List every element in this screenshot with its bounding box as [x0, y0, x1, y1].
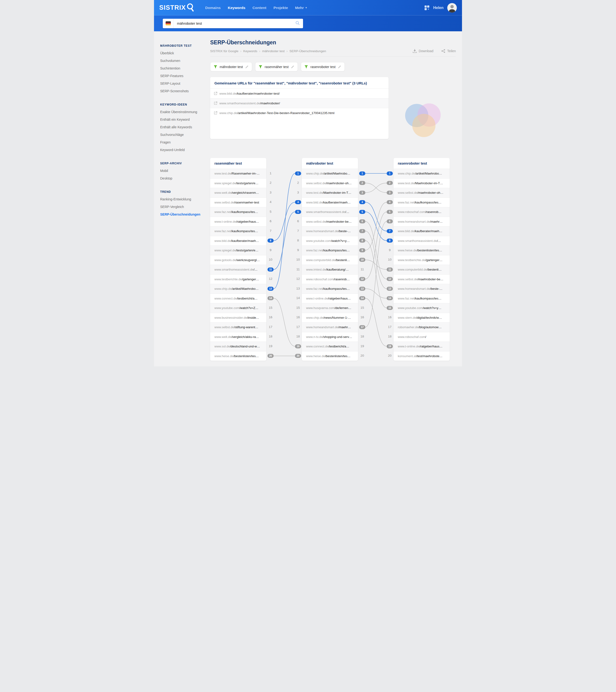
nav-item-projekte[interactable]: Projekte [273, 6, 288, 10]
serp-result-row[interactable]: www.testberichte.de/gartenger… [394, 255, 450, 265]
serp-result-row[interactable]: robomaeher.de/blog/automow… [394, 322, 450, 332]
sidebar-item-enthält-alle-keywords[interactable]: Enthält alle Keywords [160, 125, 204, 129]
sidebar-item-fragen[interactable]: Fragen [160, 140, 204, 144]
serp-result-row[interactable]: www.homeandsmart.de/beste-… [394, 284, 450, 294]
serp-result-row[interactable]: www.heise.de/bestenlisten/tes… [210, 351, 266, 361]
serp-result-row[interactable]: www.selbst.de/maehroboter-be… [394, 274, 450, 284]
sidebar-item-enthält-ein-keyword[interactable]: Enthält ein Keyword [160, 118, 204, 121]
serp-result-row[interactable]: www.bild.de/kaufberater/maeh… [302, 197, 358, 207]
serp-result-row[interactable]: www.homeandsmart.de/maehr… [302, 322, 358, 332]
sidebar-item-ranking-entwicklung[interactable]: Ranking-Entwicklung [160, 197, 204, 201]
serp-result-row[interactable]: www.homeandsmart.de/maehr… [394, 217, 450, 227]
sidebar-item-suchvolumen[interactable]: Suchvolumen [160, 59, 204, 63]
sidebar-item-serp-vergleich[interactable]: SERP-Vergleich [160, 205, 204, 209]
serp-result-row[interactable]: www.smarthomeassistent.de/… [302, 207, 358, 217]
sidebar-item-exakte-übereinstimmung[interactable]: Exakte Übereinstimmung [160, 110, 204, 114]
serp-result-row[interactable]: www.bild.de/kaufberater/maeh… [210, 236, 266, 246]
serp-result-row[interactable]: www.homeandsmart.de/beste-… [302, 226, 358, 236]
serp-result-row[interactable]: www.t-online.de/ratgeber/haus… [394, 341, 450, 351]
serp-result-row[interactable]: www.bild.de/kaufberater/maeh… [394, 226, 450, 236]
serp-result-row[interactable]: www.t-online.de/ratgeber/haus… [210, 217, 266, 227]
serp-result-row[interactable]: www.test.de/Maehroboter-im-T… [394, 179, 450, 188]
serp-result-row[interactable]: www.smarthomeassistent.de/… [394, 236, 450, 246]
search-icon[interactable] [295, 21, 300, 26]
avatar[interactable] [447, 3, 457, 13]
common-url-row[interactable]: www.smarthomeassistent.de/maehroboter/ [210, 98, 389, 108]
serp-result-row[interactable]: konsument.at/test/maehrobote… [394, 351, 450, 361]
sidebar-item-keyword-umfeld[interactable]: Keyword-Umfeld [160, 148, 204, 152]
serp-result-row[interactable]: www.test.de/Rasenmaeher-im-… [210, 169, 266, 179]
serp-result-row[interactable]: www.faz.net/kaufkompass/tes… [302, 246, 358, 255]
search-input[interactable] [174, 21, 295, 25]
sidebar-item-suchvorschläge[interactable]: Suchvorschläge [160, 133, 204, 137]
keyword-filter-pill[interactable]: rasenroboter test [301, 62, 345, 71]
serp-result-row[interactable]: www.chip.de/artikel/Maehrobo… [210, 284, 266, 294]
serp-result-row[interactable]: www.computerbild.de/bestenli… [302, 255, 358, 265]
serp-result-row[interactable]: www.welt.de/vergleich/rasenm… [210, 188, 266, 197]
serp-result-row[interactable]: www.spiegel.de/tests/garten/e… [210, 179, 266, 188]
serp-result-row[interactable]: www.faz.net/kaufkompass/tes… [210, 207, 266, 217]
serp-result-row[interactable]: www.husqvarna.com/de/lernen… [302, 303, 358, 313]
serp-result-row[interactable]: www.selbst.de/rasenmaeher-test [210, 197, 266, 207]
serp-result-row[interactable]: www.faz.net/kaufkompass/tes… [210, 226, 266, 236]
sidebar-item-desktop[interactable]: Desktop [160, 176, 204, 180]
serp-result-row[interactable]: www.chip.de/news/Nummer-1-… [302, 313, 358, 322]
sidebar-item-serp-screenshots[interactable]: SERP-Screenshots [160, 89, 204, 93]
serp-result-row[interactable]: www.faz.net/kaufkompass/tes… [394, 197, 450, 207]
serp-result-row[interactable]: www.heise.de/bestenlisten/tes… [302, 351, 358, 361]
serp-result-row[interactable]: www.chip.de/artikel/Maehrobo… [394, 169, 450, 179]
sidebar-item-serp-features[interactable]: SERP-Features [160, 74, 204, 78]
serp-result-row[interactable]: www.sol.de/deutschland-und-w… [210, 341, 266, 351]
common-url-row[interactable]: www.chip.de/artikel/Maehroboter-Test-Die… [210, 108, 389, 118]
country-selector[interactable] [163, 19, 174, 28]
breadcrumb-item[interactable]: mähroboter test [262, 49, 285, 53]
serp-result-row[interactable]: www.roboschaf.com/rasenrob… [394, 207, 450, 217]
apps-grid-icon[interactable]: + [424, 5, 429, 10]
serp-result-row[interactable]: www.connect.de/testbericht/a… [210, 294, 266, 303]
serp-result-row[interactable]: www.roboschaf.com/ [394, 332, 450, 342]
serp-result-row[interactable]: www.computerbild.de/bestenli… [394, 265, 450, 274]
sidebar-item-suchintention[interactable]: Suchintention [160, 66, 204, 70]
serp-result-row[interactable]: www.selbst.de/maehroboter-be… [302, 217, 358, 227]
sidebar-item-mobil[interactable]: Mobil [160, 169, 204, 173]
sidebar-item-serp-überschneidungen[interactable]: SERP-Überschneidungen [160, 212, 204, 216]
serp-result-row[interactable]: www.chip.de/artikel/Maehrobo… [302, 169, 358, 179]
serp-result-row[interactable]: www.test.de/Maehroboter-im-T… [302, 188, 358, 197]
sistrix-logo[interactable]: SISTRIX [159, 3, 194, 13]
keyword-filter-pill[interactable]: rasenmäher test [255, 62, 298, 71]
nav-item-mehr[interactable]: Mehr▼ [295, 6, 307, 10]
serp-result-row[interactable]: www.youtube.com/watch?v=Z… [210, 303, 266, 313]
serp-result-row[interactable]: www.businessinsider.de/inside… [210, 313, 266, 322]
serp-result-row[interactable]: www.n-tv.de/shopping-und-serv… [302, 332, 358, 342]
serp-result-row[interactable]: www.gotools.de/werkzeugvergl… [210, 255, 266, 265]
common-url-row[interactable]: www.bild.de/kaufberater/maehroboter-test… [210, 88, 389, 98]
serp-result-row[interactable]: www.t-online.de/ratgeber/haus… [302, 294, 358, 303]
breadcrumb-item[interactable]: Keywords [243, 49, 257, 53]
serp-result-row[interactable]: www.testberichte.de/gartenger… [210, 274, 266, 284]
serp-result-row[interactable]: www.selbst.de/maehroboter-oh… [394, 188, 450, 197]
nav-item-domains[interactable]: Domains [205, 6, 221, 10]
user-name[interactable]: Helen [433, 6, 443, 10]
sidebar-item-überblick[interactable]: Überblick [160, 51, 204, 55]
download-button[interactable]: Download [413, 49, 433, 53]
serp-result-row[interactable]: www.selbst.de/stiftung-warent… [210, 322, 266, 332]
serp-result-row[interactable]: www.smarthomeassistent.de/… [210, 265, 266, 274]
serp-result-row[interactable]: www.stern.de/digital/technik/w… [394, 313, 450, 322]
keyword-filter-pill[interactable]: mähroboter test [210, 62, 252, 71]
nav-item-keywords[interactable]: Keywords [228, 6, 245, 10]
breadcrumb-item[interactable]: SISTRIX für Google [210, 49, 238, 53]
share-button[interactable]: Teilen [441, 49, 456, 53]
serp-result-row[interactable]: www.selbst.de/maehroboter-oh… [302, 179, 358, 188]
serp-result-row[interactable]: www.connect.de/testbericht/a… [302, 341, 358, 351]
serp-result-row[interactable]: www.youtube.com/watch?v=y… [394, 303, 450, 313]
sidebar-item-serp-layout[interactable]: SERP-Layout [160, 82, 204, 85]
serp-result-row[interactable]: www.imtest.de/kaufberatung/… [302, 265, 358, 274]
serp-result-row[interactable]: www.youtube.com/watch?v=y… [302, 236, 358, 246]
serp-result-row[interactable]: www.spiegel.de/tests/garten/e… [210, 246, 266, 255]
serp-result-row[interactable]: www.faz.net/kaufkompass/tes… [302, 284, 358, 294]
serp-result-row[interactable]: www.faz.net/kaufkompass/tes… [394, 294, 450, 303]
nav-item-content[interactable]: Content [252, 6, 267, 10]
serp-result-row[interactable]: www.heise.de/bestenlisten/tes… [394, 246, 450, 255]
serp-result-row[interactable]: www.welt.de/vergleich/akku-ra… [210, 332, 266, 342]
serp-result-row[interactable]: www.roboschaf.com/rasenrob… [302, 274, 358, 284]
